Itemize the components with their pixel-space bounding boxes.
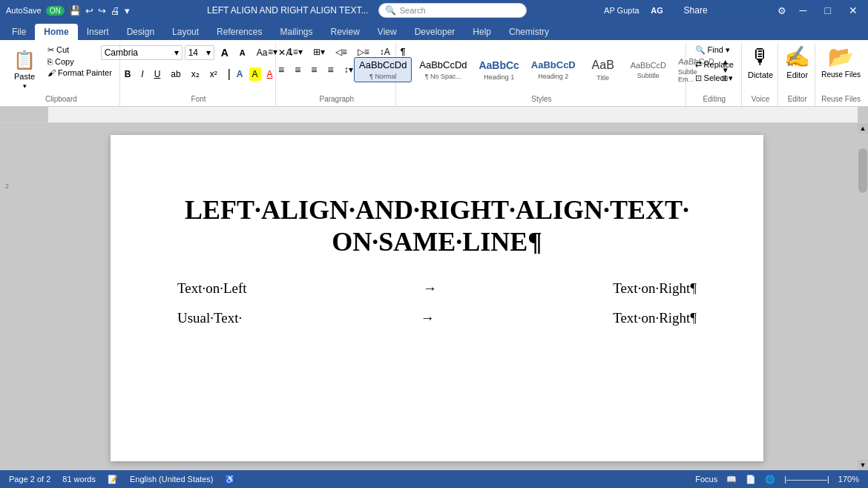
font-name-dropdown[interactable]: ▾	[174, 47, 179, 58]
highlight-button[interactable]: A	[249, 67, 261, 81]
status-left: Page 2 of 2 81 words 📝 English (United S…	[9, 475, 235, 484]
paste-dropdown[interactable]: ▾	[23, 82, 27, 90]
align-right-button[interactable]: ≡	[306, 62, 321, 78]
web-layout-icon[interactable]: 🌐	[765, 475, 775, 484]
font-format-row: B I U ab x₂ x² | A A A	[120, 67, 277, 82]
style-normal-preview: AaBbCcDd	[359, 59, 407, 72]
reuse-group-label: Reuse Files	[821, 95, 861, 105]
tab-developer[interactable]: Developer	[406, 24, 464, 40]
language[interactable]: English (United States)	[130, 475, 214, 484]
save-icon[interactable]: 💾	[69, 5, 81, 16]
voice-group: 🎙 Dictate Voice	[743, 43, 778, 106]
paste-button[interactable]: 📋 Paste ▾	[7, 44, 42, 95]
zoom-level[interactable]: 170%	[838, 475, 859, 484]
right-scrollbar[interactable]: ▲ ▼	[858, 123, 868, 470]
tab-mailings[interactable]: Mailings	[271, 24, 321, 40]
tab-view[interactable]: View	[369, 24, 406, 40]
tab-review[interactable]: Review	[321, 24, 368, 40]
window-title: LEFT ALIGN AND RIGHT ALIGN TEXT... 🔍 Sea…	[130, 3, 604, 18]
tab-design[interactable]: Design	[118, 24, 163, 40]
tab-references[interactable]: References	[208, 24, 271, 40]
read-mode-icon[interactable]: 📖	[726, 475, 737, 484]
style-title[interactable]: AaB Title	[583, 56, 623, 83]
maximize-button[interactable]: □	[821, 3, 835, 18]
dictate-icon: 🎙	[750, 44, 771, 69]
style-h1-label: Heading 1	[484, 73, 514, 81]
justify-button[interactable]: ≡	[323, 62, 338, 78]
tab-help[interactable]: Help	[464, 24, 500, 40]
text-effects-button[interactable]: A	[232, 67, 248, 82]
voice-content: 🎙 Dictate	[748, 44, 773, 95]
comments-button[interactable]: Comments	[726, 5, 769, 16]
shrink-font-button[interactable]: A	[235, 46, 250, 59]
style-h1-preview: AaBbCc	[479, 59, 519, 72]
search-placeholder[interactable]: Search	[400, 6, 426, 15]
document-area: 2 LEFT·ALIGN·AND·RIGHT·ALIGN·TEXT· ON·SA…	[0, 123, 868, 470]
ruler	[0, 107, 868, 123]
grow-font-button[interactable]: A	[217, 44, 233, 61]
minimize-button[interactable]: ─	[795, 3, 812, 18]
share-button[interactable]: Share	[675, 2, 717, 19]
style-heading1[interactable]: AaBbCc Heading 1	[475, 57, 524, 82]
editor-label[interactable]: Editor	[786, 70, 808, 79]
decrease-indent-button[interactable]: ◁≡	[331, 44, 352, 59]
style-heading2[interactable]: AaBbCcD Heading 2	[527, 58, 580, 82]
settings-icon[interactable]: ⚙	[777, 5, 786, 16]
style-nospace-label: ¶ No Spac...	[425, 73, 461, 80]
editor-icon: ✍	[784, 44, 810, 69]
style-no-spacing[interactable]: AaBbCcDd ¶ No Spac...	[415, 58, 471, 82]
italic-button[interactable]: I	[137, 67, 148, 82]
select-button[interactable]: ⊡ Select ▾	[692, 73, 737, 84]
doc-line-2-right: Text·on·Right¶	[613, 310, 697, 326]
replace-button[interactable]: ⇄ Replace	[692, 59, 737, 70]
title-bar: AutoSave ON 💾 ↩ ↪ 🖨 ▾ LEFT ALIGN AND RIG…	[0, 0, 868, 21]
left-scroll-edge	[10, 123, 16, 470]
scroll-down-button[interactable]: ▼	[858, 460, 868, 470]
find-button[interactable]: 🔍 Find ▾	[692, 44, 733, 56]
zoom-slider[interactable]: |—————|	[784, 475, 829, 484]
font-name-selector[interactable]: Cambria ▾	[101, 45, 183, 60]
style-normal[interactable]: AaBbCcDd ¶ Normal	[354, 57, 412, 82]
more-icon[interactable]: ▾	[125, 5, 130, 16]
style-subtitle-label: Subtitle	[637, 72, 660, 79]
tab-home[interactable]: Home	[35, 24, 77, 40]
paragraph-label: Paragraph	[319, 95, 354, 105]
focus-button[interactable]: Focus	[695, 475, 717, 484]
style-subtitle[interactable]: AaBbCcD Subtitle	[626, 59, 671, 80]
ribbon: 📋 Paste ▾ ✂ Cut ⎘ Copy 🖌 Format Painter …	[0, 40, 868, 107]
redo-icon[interactable]: ↪	[98, 5, 106, 16]
multilevel-button[interactable]: ⊞▾	[309, 44, 329, 59]
align-center-button[interactable]: ≡	[290, 62, 305, 78]
reuse-label[interactable]: Reuse Files	[821, 70, 861, 79]
underline-button[interactable]: U	[150, 67, 165, 82]
left-margin: 2	[0, 123, 10, 470]
tab-chemistry[interactable]: Chemistry	[500, 24, 558, 40]
page-count: Page 2 of 2	[9, 475, 50, 484]
tab-layout[interactable]: Layout	[163, 24, 208, 40]
superscript-button[interactable]: x²	[206, 67, 222, 82]
font-size-selector[interactable]: 14 ▾	[185, 45, 214, 60]
strikethrough-button[interactable]: ab	[166, 67, 185, 82]
subscript-button[interactable]: x₂	[187, 67, 204, 82]
bullets-button[interactable]: ≡▾	[263, 44, 282, 59]
scroll-thumb[interactable]	[858, 148, 867, 193]
print-layout-icon[interactable]: 📄	[746, 475, 756, 484]
close-button[interactable]: ✕	[844, 3, 862, 18]
bold-button[interactable]: B	[120, 67, 136, 82]
editing-content: 🔍 Find ▾ ⇄ Replace ⊡ Select ▾	[692, 44, 737, 95]
reuse-icon: 📂	[828, 44, 854, 69]
tab-file[interactable]: File	[3, 24, 35, 40]
scroll-up-button[interactable]: ▲	[858, 123, 868, 133]
font-label: Font	[191, 95, 206, 105]
autosave-toggle[interactable]: ON	[46, 6, 65, 16]
dictate-label[interactable]: Dictate	[748, 70, 773, 79]
align-left-button[interactable]: ≡	[274, 62, 289, 78]
font-size-dropdown[interactable]: ▾	[206, 47, 211, 58]
doc-scroll-area[interactable]: LEFT·ALIGN·AND·RIGHT·ALIGN·TEXT· ON·SAME…	[16, 123, 858, 470]
tab-insert[interactable]: Insert	[78, 24, 118, 40]
undo-icon[interactable]: ↩	[85, 5, 93, 16]
print-icon[interactable]: 🖨	[111, 5, 120, 16]
accessibility-icon[interactable]: ♿	[225, 475, 235, 484]
status-bar: Page 2 of 2 81 words 📝 English (United S…	[0, 470, 868, 488]
numbering-button[interactable]: 1≡▾	[283, 44, 307, 59]
